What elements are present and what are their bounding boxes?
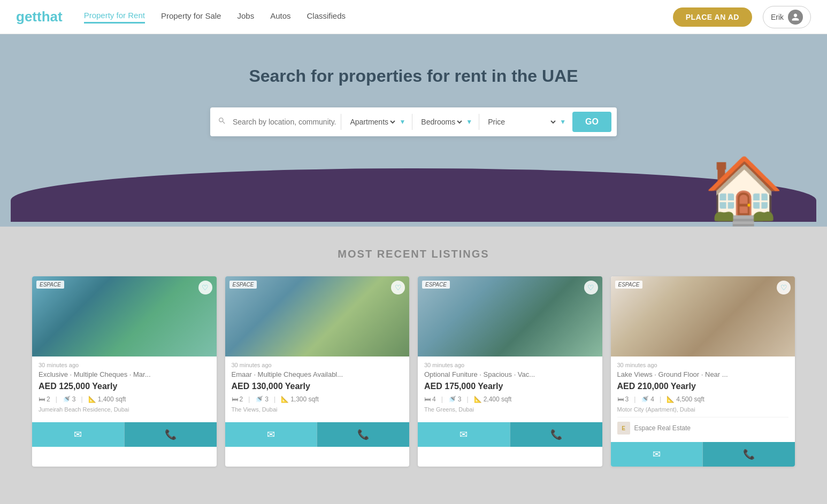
- card-badge: ESPACE: [229, 281, 257, 289]
- spec-divider: |: [56, 396, 57, 403]
- card-location: Jumeirah Beach Residence, Dubai: [39, 406, 210, 413]
- user-area[interactable]: Erik: [763, 6, 811, 28]
- email-button[interactable]: ✉: [32, 422, 124, 447]
- nav-link-sale[interactable]: Property for Sale: [161, 11, 221, 22]
- nav-link-classifieds[interactable]: Classifieds: [307, 11, 346, 22]
- hero-section: Search for properties for rent in the UA…: [0, 34, 827, 227]
- divider3: [479, 114, 479, 130]
- listing-card: ESPACE ♡ 30 minutes ago Optional Funitur…: [418, 276, 602, 467]
- card-badge: ESPACE: [36, 281, 64, 289]
- phone-button[interactable]: 📞: [702, 442, 795, 467]
- nav-link-autos[interactable]: Autos: [270, 11, 290, 22]
- agent-logo: E: [617, 422, 630, 435]
- place-ad-button[interactable]: PLACE AN AD: [673, 7, 752, 27]
- favorite-button[interactable]: ♡: [584, 281, 598, 294]
- area-icon: 📐: [88, 396, 96, 403]
- bed-icon: 🛏: [232, 396, 238, 403]
- property-type-select[interactable]: Apartments Villas Offices: [348, 117, 397, 127]
- search-input[interactable]: [233, 118, 336, 126]
- spec-divider: |: [634, 396, 635, 403]
- area-spec: 📐 1,400 sqft: [88, 396, 126, 403]
- beds-spec: 🛏 2: [232, 396, 243, 403]
- navbar: getthat Property for Rent Property for S…: [0, 0, 827, 34]
- listings-grid: ESPACE ♡ 30 minutes ago Exclusive · Mult…: [32, 276, 795, 467]
- price-select-wrap[interactable]: Price Under 50,000 50,000 - 100,000 100,…: [484, 117, 568, 127]
- beds-spec: 🛏 3: [617, 396, 629, 403]
- area-icon: 📐: [474, 396, 482, 403]
- area-value: 4,500 sqft: [676, 396, 705, 403]
- spec-divider: |: [441, 396, 443, 403]
- area-value: 1,300 sqft: [290, 396, 319, 403]
- spec-divider: |: [248, 396, 250, 403]
- card-title: Lake Views · Ground Floor · Near ...: [617, 370, 789, 378]
- bath-spec: 🚿 3: [63, 396, 76, 403]
- phone-button[interactable]: 📞: [510, 422, 602, 447]
- card-actions: ✉ 📞: [611, 442, 795, 467]
- bedrooms-select[interactable]: Bedrooms Studio 1 2 3 4+: [419, 117, 464, 127]
- card-image: ESPACE ♡: [418, 276, 602, 356]
- card-badge: ESPACE: [422, 281, 450, 289]
- bath-icon: 🚿: [448, 396, 456, 403]
- card-time: 30 minutes ago: [39, 362, 210, 368]
- search-bar: Apartments Villas Offices ▼ Bedrooms Stu…: [210, 107, 617, 136]
- bath-value: 3: [265, 396, 269, 403]
- area-icon: 📐: [667, 396, 675, 403]
- property-type-select-wrap[interactable]: Apartments Villas Offices ▼: [346, 117, 408, 127]
- listing-card: ESPACE ♡ 30 minutes ago Exclusive · Mult…: [32, 276, 217, 467]
- card-time: 30 minutes ago: [617, 362, 789, 368]
- chevron-down-icon-3: ▼: [560, 118, 566, 126]
- listing-card: ESPACE ♡ 30 minutes ago Lake Views · Gro…: [611, 276, 795, 467]
- card-time: 30 minutes ago: [232, 362, 403, 368]
- hero-illustration: 🏠: [11, 158, 816, 222]
- email-button[interactable]: ✉: [611, 442, 703, 467]
- spec-divider2: |: [467, 396, 469, 403]
- bath-spec: 🚿 3: [255, 396, 269, 403]
- card-price: AED 125,000 Yearly: [39, 382, 210, 391]
- divider2: [412, 114, 412, 130]
- card-time: 30 minutes ago: [424, 362, 596, 368]
- divider: [341, 114, 341, 130]
- card-specs: 🛏 2 | 🚿 3 | 📐 1,400 sqft: [39, 396, 210, 403]
- chevron-down-icon: ▼: [399, 118, 405, 126]
- bed-icon: 🛏: [617, 396, 624, 403]
- favorite-button[interactable]: ♡: [777, 281, 791, 294]
- area-spec: 📐 1,300 sqft: [281, 396, 319, 403]
- card-actions: ✉ 📞: [418, 422, 602, 447]
- price-select[interactable]: Price Under 50,000 50,000 - 100,000 100,…: [486, 117, 557, 127]
- nav-link-rent[interactable]: Property for Rent: [84, 11, 145, 24]
- hill-shape: [11, 168, 816, 222]
- beds-value: 3: [625, 396, 629, 403]
- favorite-button[interactable]: ♡: [391, 281, 405, 294]
- area-spec: 📐 2,400 sqft: [474, 396, 512, 403]
- card-location: The Greens, Dubai: [424, 406, 596, 413]
- email-button[interactable]: ✉: [225, 422, 317, 447]
- user-name: Erik: [771, 13, 784, 21]
- agent-name: Espace Real Estate: [634, 424, 691, 432]
- bath-spec: 🚿 4: [641, 396, 654, 403]
- card-location: The Views, Dubai: [232, 406, 403, 413]
- bedrooms-select-wrap[interactable]: Bedrooms Studio 1 2 3 4+ ▼: [417, 117, 474, 127]
- area-value: 2,400 sqft: [484, 396, 512, 403]
- bath-value: 3: [72, 396, 76, 403]
- card-price: AED 210,000 Yearly: [617, 382, 789, 391]
- beds-value: 2: [47, 396, 50, 403]
- bath-spec: 🚿 3: [448, 396, 462, 403]
- card-actions: ✉ 📞: [225, 422, 410, 447]
- card-price: AED 175,000 Yearly: [424, 382, 596, 391]
- phone-button[interactable]: 📞: [124, 422, 217, 447]
- go-button[interactable]: GO: [572, 112, 611, 132]
- phone-button[interactable]: 📞: [317, 422, 409, 447]
- card-specs: 🛏 4 | 🚿 3 | 📐 2,400 sqft: [424, 396, 596, 403]
- mascot: 🏠: [704, 158, 784, 222]
- nav-link-jobs[interactable]: Jobs: [237, 11, 254, 22]
- beds-spec: 🛏 4: [424, 396, 436, 403]
- logo[interactable]: getthat: [16, 9, 63, 25]
- card-agent: E Espace Real Estate: [617, 417, 789, 437]
- listing-card: ESPACE ♡ 30 minutes ago Emaar · Multiple…: [225, 276, 410, 467]
- bath-icon: 🚿: [641, 396, 649, 403]
- email-button[interactable]: ✉: [418, 422, 510, 447]
- favorite-button[interactable]: ♡: [198, 281, 212, 294]
- beds-spec: 🛏 2: [39, 396, 50, 403]
- beds-value: 4: [432, 396, 436, 403]
- card-image: ESPACE ♡: [611, 276, 795, 356]
